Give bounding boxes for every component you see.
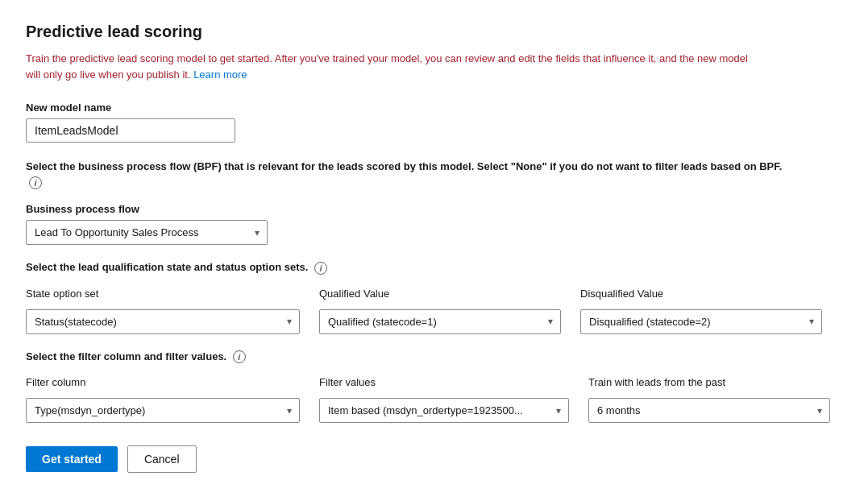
train-col: Train with leads from the past 6 months … <box>588 376 830 423</box>
model-name-label: New model name <box>26 101 842 114</box>
filter-col-select[interactable]: Type(msdyn_ordertype) <box>26 398 300 423</box>
train-label: Train with leads from the past <box>588 376 830 388</box>
state-select-wrapper: Status(statecode) ▾ <box>26 309 300 334</box>
state-col: State option set Status(statecode) ▾ <box>26 288 300 334</box>
filter-col-label: Filter column <box>26 376 300 388</box>
button-bar: Get started Cancel <box>26 445 842 473</box>
filter-col-select-wrapper: Type(msdyn_ordertype) ▾ <box>26 398 300 423</box>
train-select[interactable]: 6 months 3 months 12 months 24 months <box>588 398 830 423</box>
filter-val-select[interactable]: Item based (msdyn_ordertype=1923500... <box>319 398 569 423</box>
learn-more-link[interactable]: Learn more <box>193 68 247 81</box>
bpf-info-text: Select the business process flow (BPF) t… <box>26 159 799 190</box>
qualified-label: Qualified Value <box>319 288 561 300</box>
filter-val-select-wrapper: Item based (msdyn_ordertype=1923500... ▾ <box>319 398 569 423</box>
disqualified-select[interactable]: Disqualified (statecode=2) <box>580 309 822 334</box>
filter-heading: Select the filter column and filter valu… <box>26 350 842 364</box>
bpf-select-wrapper: None Lead To Opportunity Sales Process P… <box>26 220 268 245</box>
get-started-button[interactable]: Get started <box>26 446 118 472</box>
filter-val-col: Filter values Item based (msdyn_ordertyp… <box>319 376 569 423</box>
description-text: Train the predictive lead scoring model … <box>26 52 748 81</box>
lead-qual-info-icon: i <box>314 262 327 275</box>
page-title: Predictive lead scoring <box>26 23 842 41</box>
lead-qual-heading: Select the lead qualification state and … <box>26 261 842 275</box>
filter-section: Select the filter column and filter valu… <box>26 350 842 424</box>
disqualified-col: Disqualified Value Disqualified (stateco… <box>580 288 822 334</box>
page-description: Train the predictive lead scoring model … <box>26 51 751 82</box>
bpf-info-icon: i <box>29 176 42 189</box>
disqualified-label: Disqualified Value <box>580 288 822 300</box>
qualified-select[interactable]: Qualified (statecode=1) <box>319 309 561 334</box>
bpf-label: Business process flow <box>26 203 842 215</box>
state-select[interactable]: Status(statecode) <box>26 309 300 334</box>
bpf-select[interactable]: None Lead To Opportunity Sales Process P… <box>26 220 268 245</box>
lead-qual-columns: State option set Status(statecode) ▾ Qua… <box>26 288 842 334</box>
lead-qual-section: Select the lead qualification state and … <box>26 261 842 334</box>
qualified-select-wrapper: Qualified (statecode=1) ▾ <box>319 309 561 334</box>
train-select-wrapper: 6 months 3 months 12 months 24 months ▾ <box>588 398 830 423</box>
disqualified-select-wrapper: Disqualified (statecode=2) ▾ <box>580 309 822 334</box>
filter-val-label: Filter values <box>319 376 569 388</box>
filter-col-col: Filter column Type(msdyn_ordertype) ▾ <box>26 376 300 423</box>
filter-columns: Filter column Type(msdyn_ordertype) ▾ Fi… <box>26 376 842 423</box>
qualified-col: Qualified Value Qualified (statecode=1) … <box>319 288 561 334</box>
state-label: State option set <box>26 288 300 300</box>
bpf-section: Select the business process flow (BPF) t… <box>26 159 842 245</box>
model-name-input[interactable] <box>26 118 235 143</box>
cancel-button[interactable]: Cancel <box>127 445 197 473</box>
filter-info-icon: i <box>233 350 246 363</box>
model-name-section: New model name <box>26 101 842 143</box>
